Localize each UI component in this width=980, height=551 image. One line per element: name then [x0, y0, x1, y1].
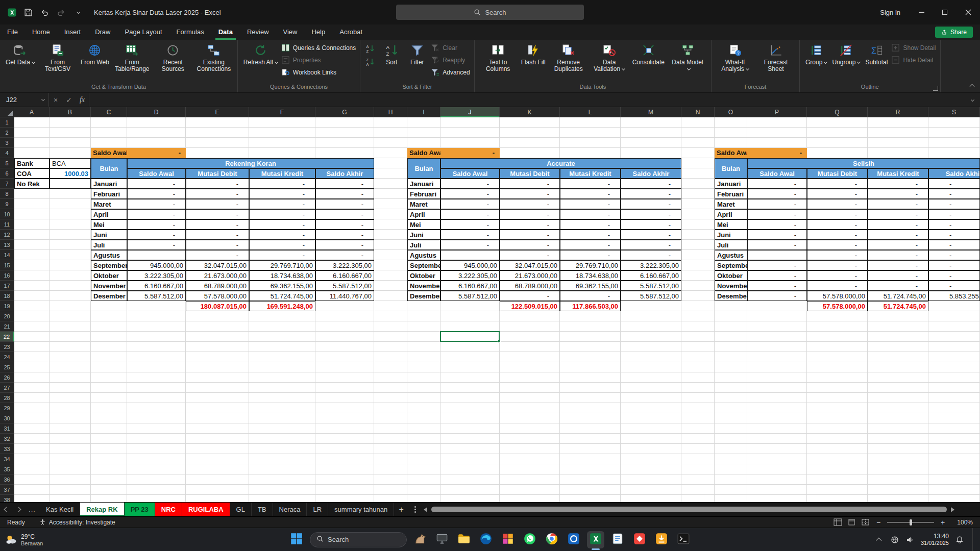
ribbon-button-queries-connections[interactable]: Queries & Connections	[281, 43, 356, 52]
collapse-ribbon-icon[interactable]	[970, 84, 975, 89]
column-header-R[interactable]: R	[868, 107, 928, 117]
table-rekening-koran-cell[interactable]	[127, 250, 186, 260]
table-selisih-month-september[interactable]: September	[715, 260, 747, 270]
ribbon-button-reapply[interactable]: Reapply	[431, 56, 470, 64]
info-cell-b5[interactable]: BCA	[50, 158, 91, 168]
column-header-H[interactable]: H	[374, 107, 407, 117]
table-rekening-koran-cell[interactable]: 51.724.745,00	[249, 291, 315, 301]
ribbon-button-consolidate[interactable]: Consolidate	[630, 42, 667, 66]
table-rekening-koran-month-april[interactable]: April	[91, 209, 127, 219]
sheet-tab-rekap-rk[interactable]: Rekap RK	[80, 503, 124, 516]
insert-function-button[interactable]: fx	[76, 96, 89, 104]
table-rekening-koran-month-februari[interactable]: Februari	[91, 189, 127, 199]
row-header-7[interactable]: 7	[0, 179, 14, 189]
table-accurate-month-maret[interactable]: Maret	[407, 199, 440, 209]
selected-cell-j22[interactable]	[440, 331, 500, 342]
saldo-awal-label[interactable]: Saldo Awal :	[91, 148, 127, 158]
show-desktop-button[interactable]	[972, 528, 975, 551]
page-break-view-button[interactable]	[861, 518, 870, 526]
row-header-30[interactable]: 30	[0, 413, 14, 423]
table-selisih-cell[interactable]: -	[807, 179, 868, 189]
sheet-tab-summary-tahunan[interactable]: summary tahunan	[328, 503, 394, 516]
table-rekening-koran-cell[interactable]: -	[249, 250, 315, 260]
table-accurate-subheader-saldo-akhir[interactable]: Saldo Akhir	[621, 168, 681, 179]
table-selisih-cell[interactable]: -	[928, 179, 980, 189]
row-header-4[interactable]: 4	[0, 148, 14, 158]
notification-bell-icon[interactable]	[955, 535, 964, 544]
new-sheet-button[interactable]: +	[394, 503, 408, 516]
row-header-35[interactable]: 35	[0, 464, 14, 474]
table-rekening-koran-cell[interactable]: 18.734.638,00	[249, 270, 315, 281]
table-accurate-cell[interactable]: -	[560, 219, 621, 230]
ribbon-button-workbook-links[interactable]: Workbook Links	[281, 68, 356, 77]
table-selisih-cell[interactable]: -	[807, 209, 868, 219]
taskbar-app-edge[interactable]	[477, 531, 495, 548]
saldo-awal-value[interactable]: -	[747, 148, 807, 158]
table-rekening-koran-cell[interactable]: 11.440.767,00	[315, 291, 374, 301]
table-rekening-koran-cell[interactable]: -	[315, 189, 374, 199]
table-selisih-cell[interactable]: -	[928, 240, 980, 250]
table-rekening-koran-cell[interactable]: -	[315, 219, 374, 230]
column-header-D[interactable]: D	[127, 107, 186, 117]
sheet-nav-right-button[interactable]	[12, 503, 24, 516]
table-accurate-cell[interactable]: 5.587.512,00	[621, 281, 681, 291]
table-selisih-total[interactable]: 57.578.000,00	[807, 301, 868, 311]
table-accurate-cell[interactable]: -	[560, 230, 621, 240]
table-accurate-cell[interactable]: -	[621, 230, 681, 240]
ribbon-button-ungroup[interactable]: Ungroup	[829, 42, 863, 66]
table-selisih-month-maret[interactable]: Maret	[715, 199, 747, 209]
table-selisih-bulan-header[interactable]: Bulan	[715, 158, 747, 179]
info-cell-b7[interactable]	[50, 179, 91, 189]
table-rekening-koran-cell[interactable]: 3.222.305,00	[315, 260, 374, 270]
zoom-slider-thumb[interactable]	[910, 519, 912, 525]
table-rekening-koran-subheader-mutasi-kredit[interactable]: Mutasi Kredit	[249, 168, 315, 179]
table-accurate-cell[interactable]: -	[440, 230, 500, 240]
table-rekening-koran-bulan-header[interactable]: Bulan	[91, 158, 127, 179]
row-header-2[interactable]: 2	[0, 128, 14, 138]
taskbar-app-file-explorer[interactable]	[455, 531, 473, 548]
ribbon-button-sort[interactable]: AZSort	[379, 42, 404, 66]
table-accurate-cell[interactable]: 29.769.710,00	[560, 260, 621, 270]
close-button[interactable]	[957, 0, 980, 24]
dialog-launcher-icon[interactable]	[933, 86, 938, 91]
table-accurate-cell[interactable]: -	[621, 250, 681, 260]
table-rekening-koran-month-oktober[interactable]: Oktober	[91, 270, 127, 281]
table-accurate-cell[interactable]: -	[440, 209, 500, 219]
table-accurate-cell[interactable]: -	[621, 189, 681, 199]
zoom-level[interactable]: 100%	[951, 519, 973, 526]
taskbar-clock[interactable]: 13:40 31/01/2025	[921, 533, 949, 546]
table-rekening-koran-cell[interactable]: 5.587.512,00	[127, 291, 186, 301]
table-accurate-cell[interactable]: -	[500, 250, 560, 260]
table-selisih-cell[interactable]: 51.724.745,00	[868, 291, 928, 301]
table-selisih-cell[interactable]: -	[928, 281, 980, 291]
table-selisih-month-mei[interactable]: Mei	[715, 219, 747, 230]
info-cell-a7[interactable]: No Rek	[14, 179, 50, 189]
table-rekening-koran-subheader-saldo-akhir[interactable]: Saldo Akhir	[315, 168, 374, 179]
table-rekening-koran-cell[interactable]: -	[186, 209, 249, 219]
row-header-8[interactable]: 8	[0, 189, 14, 199]
table-accurate-cell[interactable]: 6.160.667,00	[440, 281, 500, 291]
sheet-nav-left-button[interactable]	[0, 503, 12, 516]
redo-button[interactable]	[55, 7, 66, 18]
row-header-6[interactable]: 6	[0, 168, 14, 179]
table-selisih-month-juni[interactable]: Juni	[715, 230, 747, 240]
row-header-22[interactable]: 22	[0, 332, 14, 342]
sheet-tab-tb[interactable]: TB	[252, 503, 273, 516]
table-rekening-koran-cell[interactable]: 29.769.710,00	[249, 260, 315, 270]
ribbon-button-advanced[interactable]: Advanced	[431, 68, 470, 77]
row-header-13[interactable]: 13	[0, 240, 14, 250]
info-cell-a6[interactable]: COA	[14, 168, 50, 179]
table-rekening-koran-cell[interactable]: 6.160.667,00	[315, 270, 374, 281]
table-rekening-koran-month-maret[interactable]: Maret	[91, 199, 127, 209]
table-selisih-cell[interactable]: -	[928, 260, 980, 270]
table-selisih-cell[interactable]: -	[868, 270, 928, 281]
table-accurate-cell[interactable]: -	[440, 199, 500, 209]
table-rekening-koran-month-agustus[interactable]: Agustus	[91, 250, 127, 260]
ribbon-button-from-text-csv[interactable]: From Text/CSV	[37, 42, 78, 72]
table-selisih-cell[interactable]: -	[747, 189, 807, 199]
row-header-3[interactable]: 3	[0, 138, 14, 148]
table-selisih-cell[interactable]: -	[868, 250, 928, 260]
sheet-tab-overflow[interactable]: ...	[24, 503, 40, 516]
table-selisih-cell[interactable]: -	[868, 179, 928, 189]
ribbon-button-sort-za[interactable]: ZA	[365, 57, 377, 67]
